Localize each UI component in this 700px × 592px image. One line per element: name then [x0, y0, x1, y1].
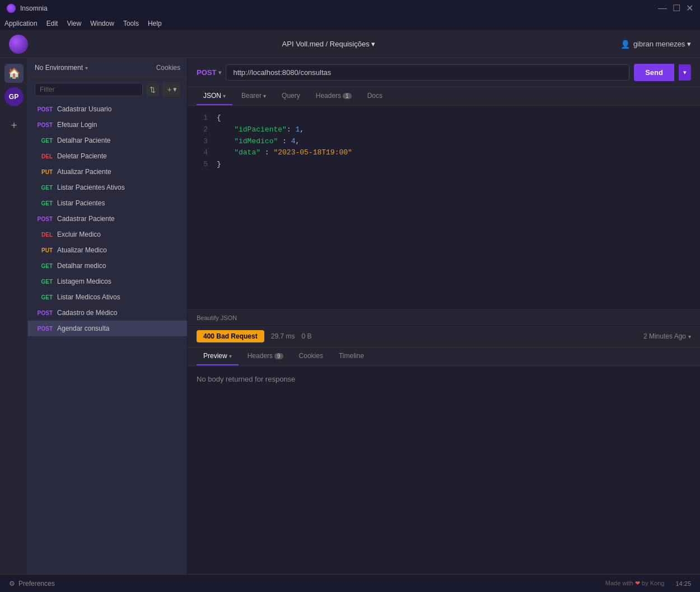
request-list-item[interactable]: GET Listagem Medicos: [28, 274, 187, 289]
method-label: DEL: [35, 153, 53, 159]
main-panel: POST ▾ Send ▾ JSON ▾ Bearer ▾ Query: [188, 58, 700, 574]
request-list-item[interactable]: GET Listar Pacientes: [28, 195, 187, 211]
title-bar: Insomnia — ☐ ✕: [0, 0, 700, 17]
code-line: 3 "idMedico" : 4,: [197, 136, 691, 148]
request-name: Listar Pacientes Ativos: [57, 184, 125, 191]
tab-headers[interactable]: Headers 1: [309, 87, 358, 105]
add-request-button[interactable]: ＋▾: [162, 82, 180, 97]
icon-sidebar: 🏠 GP ＋: [0, 58, 28, 574]
filter-row: ⇅ ＋▾: [28, 78, 187, 101]
user-name: gibran menezes ▾: [633, 40, 691, 48]
made-with-label: Made with ❤ by Kong: [605, 580, 665, 587]
method-dropdown-arrow: ▾: [218, 69, 221, 76]
request-list-item[interactable]: PUT Atualizar Paciente: [28, 164, 187, 180]
preferences-button[interactable]: ⚙ Preferences: [9, 580, 55, 588]
send-button[interactable]: Send: [634, 64, 674, 81]
method-label: POST: [35, 310, 53, 316]
line-number: 1: [197, 112, 208, 124]
code-content: "idPaciente": 1,: [217, 124, 691, 136]
tab-response-cookies[interactable]: Cookies: [292, 347, 330, 365]
add-icon-button[interactable]: ＋: [4, 115, 24, 134]
request-list-item[interactable]: DEL Excluir Medico: [28, 227, 187, 242]
response-tabs: Preview ▾ Headers 9 Cookies Timeline: [188, 347, 700, 366]
close-button[interactable]: ✕: [686, 4, 693, 13]
request-name: Cadastro de Médico: [57, 309, 117, 317]
method-label: GET: [35, 294, 53, 300]
request-name: Atualizar Paciente: [57, 168, 111, 176]
beautify-row: Beautify JSON: [188, 309, 700, 326]
method-label: DEL: [35, 232, 53, 238]
request-list-item[interactable]: GET Listar Medicos Ativos: [28, 289, 187, 305]
url-bar: POST ▾ Send ▾: [188, 58, 700, 87]
method-label: GET: [35, 200, 53, 206]
cookies-button[interactable]: Cookies: [156, 64, 180, 72]
code-content: "data" : "2023-05-18T19:00": [217, 147, 691, 159]
app-icon: [7, 4, 16, 13]
menu-edit[interactable]: Edit: [46, 20, 58, 27]
top-bar: API Voll.med / Requisições ▾ 👤 gibran me…: [0, 30, 700, 58]
request-list-item[interactable]: GET Detalhar medico: [28, 258, 187, 274]
menu-bar: Application Edit View Window Tools Help: [0, 17, 700, 30]
window-controls: — ☐ ✕: [658, 4, 693, 13]
filter-input[interactable]: [35, 83, 143, 96]
request-list-item[interactable]: POST Cadastro de Médico: [28, 305, 187, 321]
sort-button[interactable]: ⇅: [146, 83, 159, 96]
method-selector[interactable]: POST ▾: [197, 68, 221, 77]
method-label: GET: [35, 263, 53, 269]
menu-tools[interactable]: Tools: [123, 20, 139, 27]
tab-bearer[interactable]: Bearer ▾: [235, 87, 273, 105]
workspace-title[interactable]: API Voll.med / Requisições ▾: [37, 40, 620, 48]
request-list-item[interactable]: GET Detalhar Paciente: [28, 133, 187, 148]
menu-view[interactable]: View: [67, 20, 81, 27]
tab-body[interactable]: JSON ▾: [197, 87, 232, 105]
request-list-item[interactable]: POST Cadastrar Usuario: [28, 101, 187, 117]
request-name: Atualizar Medico: [57, 246, 107, 254]
response-status-bar: 400 Bad Request 29.7 ms 0 B 2 Minutes Ag…: [188, 326, 700, 347]
request-name: Cadastrar Paciente: [57, 215, 115, 223]
request-list-item[interactable]: GET Listar Pacientes Ativos: [28, 180, 187, 195]
request-name: Excluir Medico: [57, 231, 101, 238]
send-dropdown-button[interactable]: ▾: [679, 64, 691, 81]
user-section[interactable]: 👤 gibran menezes ▾: [620, 40, 691, 49]
menu-application[interactable]: Application: [4, 20, 38, 27]
line-number: 4: [197, 147, 208, 159]
beautify-button[interactable]: Beautify JSON: [197, 314, 237, 321]
request-name: Listar Medicos Ativos: [57, 293, 120, 301]
app-container: API Voll.med / Requisições ▾ 👤 gibran me…: [0, 30, 700, 592]
menu-help[interactable]: Help: [148, 20, 162, 27]
method-label: POST: [197, 68, 216, 77]
code-content: {: [217, 112, 691, 124]
request-list-item[interactable]: POST Efetuar Login: [28, 117, 187, 133]
request-name: Detalhar Paciente: [57, 137, 110, 144]
tab-response-headers[interactable]: Headers 9: [241, 347, 290, 365]
environment-label: No Environment: [35, 64, 83, 72]
tab-docs[interactable]: Docs: [361, 87, 389, 105]
url-input[interactable]: [226, 64, 629, 81]
method-label: GET: [35, 279, 53, 285]
request-name: Agendar consulta: [57, 325, 109, 332]
sidebar-header: No Environment ▾ Cookies: [28, 58, 187, 78]
tab-timeline[interactable]: Timeline: [332, 347, 371, 365]
tab-query[interactable]: Query: [275, 87, 307, 105]
request-list-item[interactable]: PUT Atualizar Medico: [28, 242, 187, 258]
menu-window[interactable]: Window: [90, 20, 114, 27]
request-list-item[interactable]: DEL Deletar Paciente: [28, 148, 187, 164]
minimize-button[interactable]: —: [658, 4, 667, 13]
line-number: 2: [197, 124, 208, 136]
response-time-ago[interactable]: 2 Minutes Ago ▾: [643, 332, 691, 340]
request-list-item[interactable]: POST Agendar consulta: [28, 321, 187, 336]
tab-preview[interactable]: Preview ▾: [197, 347, 239, 365]
environment-selector[interactable]: No Environment ▾: [35, 64, 88, 72]
request-name: Listagem Medicos: [57, 278, 111, 285]
status-badge: 400 Bad Request: [197, 330, 264, 342]
gp-icon-button[interactable]: GP: [4, 87, 24, 106]
no-body-message: No body returned for response: [197, 375, 295, 383]
maximize-button[interactable]: ☐: [673, 4, 680, 13]
code-line: 4 "data" : "2023-05-18T19:00": [197, 147, 691, 159]
request-name: Detalhar medico: [57, 262, 106, 270]
code-editor[interactable]: 1{2 "idPaciente": 1,3 "idMedico" : 4,4 "…: [188, 106, 700, 309]
home-icon-button[interactable]: 🏠: [4, 64, 24, 83]
code-content: "idMedico" : 4,: [217, 136, 691, 148]
request-list: POST Cadastrar Usuario POST Efetuar Logi…: [28, 101, 187, 574]
request-list-item[interactable]: POST Cadastrar Paciente: [28, 211, 187, 227]
